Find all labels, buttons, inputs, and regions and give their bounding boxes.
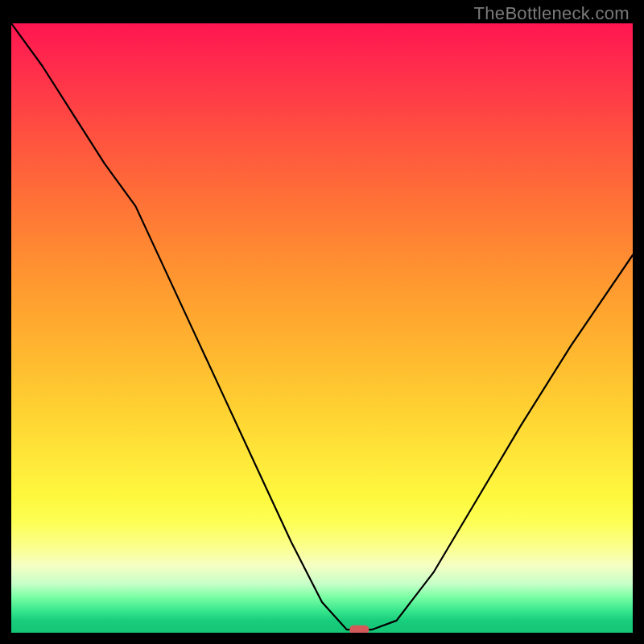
plot-area [11, 23, 633, 633]
chart-frame: TheBottleneck.com [0, 0, 644, 644]
bottleneck-curve [11, 23, 633, 630]
watermark-text: TheBottleneck.com [474, 3, 630, 24]
min-marker [349, 625, 369, 633]
curve-svg [11, 23, 633, 633]
